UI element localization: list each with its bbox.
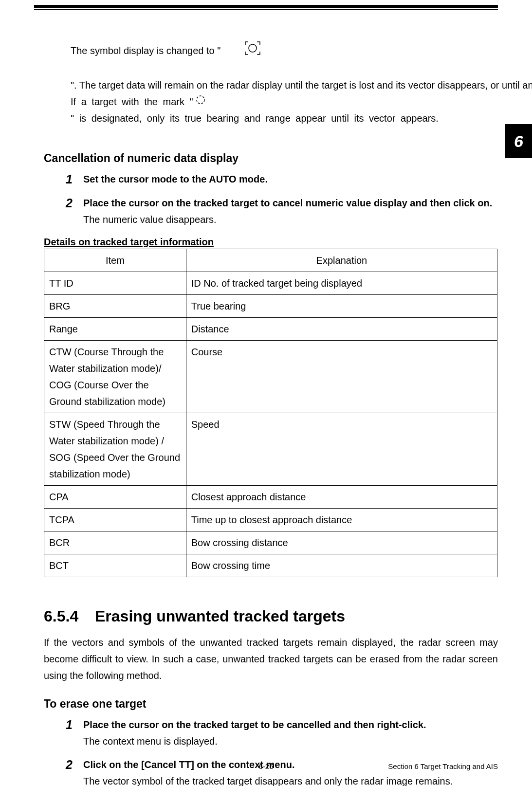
section-title: Erasing unwanted tracked targets bbox=[95, 607, 498, 625]
section-paragraph: If the vectors and symbols of the unwant… bbox=[44, 634, 498, 684]
table-header-row: Item Explanation bbox=[44, 249, 497, 272]
top-rule bbox=[34, 5, 498, 10]
step-item: 2 Click on the [Cancel TT] on the contex… bbox=[66, 756, 498, 786]
heading-cancellation: Cancellation of numeric data display bbox=[44, 152, 498, 165]
table-cell-exp: Course bbox=[186, 341, 497, 413]
chapter-tab-number: 6 bbox=[514, 132, 523, 151]
intro-paragraph: The symbol display is changed to " ". Th… bbox=[71, 24, 498, 127]
intro-text-1: The symbol display is changed to " bbox=[71, 42, 220, 59]
table-cell-item: TCPA bbox=[44, 509, 186, 531]
table-cell-exp: Speed bbox=[186, 413, 497, 486]
section-number: 6.5.4 bbox=[44, 607, 95, 625]
table-row: CTW (Course Through the Water stabilizat… bbox=[44, 341, 497, 413]
symbol-bracketed-circle-icon bbox=[222, 24, 260, 77]
table-cell-exp: Bow crossing time bbox=[186, 554, 497, 577]
table-cell-item: BCT bbox=[44, 554, 186, 577]
table-title: Details on tracked target information bbox=[44, 237, 498, 248]
table-cell-item: STW (Speed Through the Water stabilizati… bbox=[44, 413, 186, 486]
step-number: 1 bbox=[66, 716, 83, 733]
heading-erase-one: To erase one target bbox=[44, 697, 498, 711]
table-row: TT IDID No. of tracked target being disp… bbox=[44, 272, 497, 295]
table-row: TCPATime up to closest approach distance bbox=[44, 509, 497, 531]
step-description: The context menu is displayed. bbox=[83, 733, 498, 749]
step-instruction: Place the cursor on the tracked target t… bbox=[83, 716, 498, 733]
erase-steps: 1 Place the cursor on the tracked target… bbox=[66, 716, 498, 786]
table-cell-exp: ID No. of tracked target being displayed bbox=[186, 272, 497, 295]
tracked-target-table: Item Explanation TT IDID No. of tracked … bbox=[44, 249, 497, 577]
table-header-explanation: Explanation bbox=[186, 249, 497, 272]
table-cell-item: CTW (Course Through the Water stabilizat… bbox=[44, 341, 186, 413]
step-item: 2 Place the cursor on the tracked target… bbox=[66, 195, 498, 228]
table-cell-item: BCR bbox=[44, 531, 186, 554]
step-item: 1 Set the cursor mode to the AUTO mode. bbox=[66, 171, 498, 188]
step-number: 1 bbox=[66, 171, 83, 188]
table-cell-item: BRG bbox=[44, 295, 186, 318]
table-row: STW (Speed Through the Water stabilizati… bbox=[44, 413, 497, 486]
step-description: The vector symbol of the tracked target … bbox=[83, 773, 498, 786]
svg-point-1 bbox=[197, 96, 204, 104]
table-row: BCRBow crossing distance bbox=[44, 531, 497, 554]
symbol-dashed-circle-icon bbox=[195, 93, 206, 110]
intro-text-3a: If a target with the mark " bbox=[71, 93, 193, 110]
table-cell-item: Range bbox=[44, 318, 186, 341]
table-row: RangeDistance bbox=[44, 318, 497, 341]
chapter-tab: 6 bbox=[505, 124, 532, 158]
svg-point-0 bbox=[249, 44, 257, 52]
intro-text-2: ". The target data will remain on the ra… bbox=[71, 77, 532, 93]
page-number: 6-25 bbox=[258, 762, 273, 770]
step-item: 1 Place the cursor on the tracked target… bbox=[66, 716, 498, 749]
step-number: 2 bbox=[66, 195, 83, 212]
table-cell-exp: True bearing bbox=[186, 295, 497, 318]
table-cell-exp: Time up to closest approach distance bbox=[186, 509, 497, 531]
table-row: CPAClosest approach distance bbox=[44, 486, 497, 509]
cancellation-steps: 1 Set the cursor mode to the AUTO mode. … bbox=[66, 171, 498, 228]
step-instruction: Set the cursor mode to the AUTO mode. bbox=[83, 171, 498, 187]
table-cell-exp: Distance bbox=[186, 318, 497, 341]
step-description: The numeric value disappears. bbox=[83, 211, 498, 228]
table-row: BRGTrue bearing bbox=[44, 295, 497, 318]
section-heading: 6.5.4 Erasing unwanted tracked targets bbox=[44, 607, 498, 625]
footer-section: Section 6 Target Tracking and AIS bbox=[388, 762, 498, 770]
footer: 6-25 Section 6 Target Tracking and AIS bbox=[34, 762, 498, 770]
table-cell-item: TT ID bbox=[44, 272, 186, 295]
table-cell-exp: Closest approach distance bbox=[186, 486, 497, 509]
table-cell-item: CPA bbox=[44, 486, 186, 509]
intro-text-3b: " is designated, only its true bearing a… bbox=[71, 110, 439, 127]
step-instruction: Place the cursor on the tracked target t… bbox=[83, 195, 498, 211]
table-cell-exp: Bow crossing distance bbox=[186, 531, 497, 554]
table-row: BCTBow crossing time bbox=[44, 554, 497, 577]
table-header-item: Item bbox=[44, 249, 186, 272]
